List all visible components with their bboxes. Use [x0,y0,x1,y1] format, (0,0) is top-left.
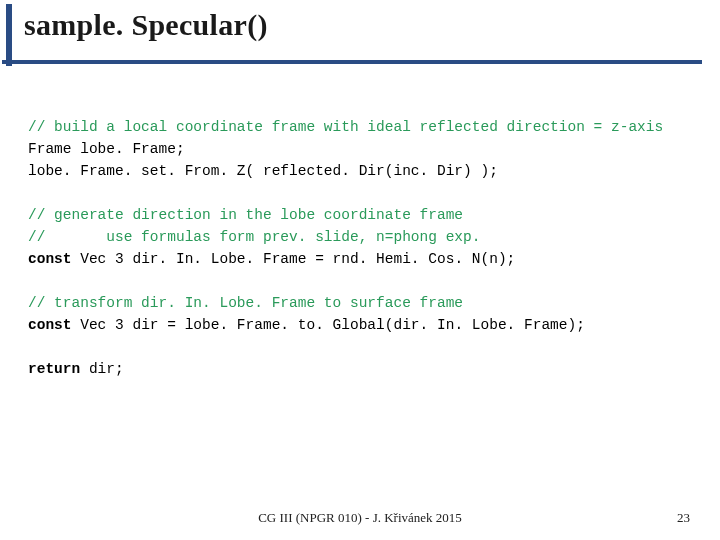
code-keyword: return [28,361,80,377]
title-underline [2,60,702,64]
code-line: lobe. Frame. set. From. Z( reflected. Di… [28,163,498,179]
code-line: dir; [80,361,124,377]
code-comment: // generate direction in the lobe coordi… [28,207,463,223]
slide-footer: CG III (NPGR 010) - J. Křivánek 2015 [0,510,720,526]
code-keyword: const [28,317,72,333]
code-line: Vec 3 dir = lobe. Frame. to. Global(dir.… [72,317,585,333]
slide: sample. Specular() // build a local coor… [0,0,720,540]
code-keyword: const [28,251,72,267]
title-accent-bar [6,4,12,66]
code-block: // build a local coordinate frame with i… [28,116,710,380]
code-comment: // build a local coordinate frame with i… [28,119,663,135]
code-line: Frame lobe. Frame; [28,141,185,157]
code-line: Vec 3 dir. In. Lobe. Frame = rnd. Hemi. … [72,251,516,267]
code-comment: // use formulas form prev. slide, n=phon… [28,229,480,245]
page-number: 23 [677,510,690,526]
slide-title: sample. Specular() [24,8,268,42]
code-comment: // transform dir. In. Lobe. Frame to sur… [28,295,463,311]
